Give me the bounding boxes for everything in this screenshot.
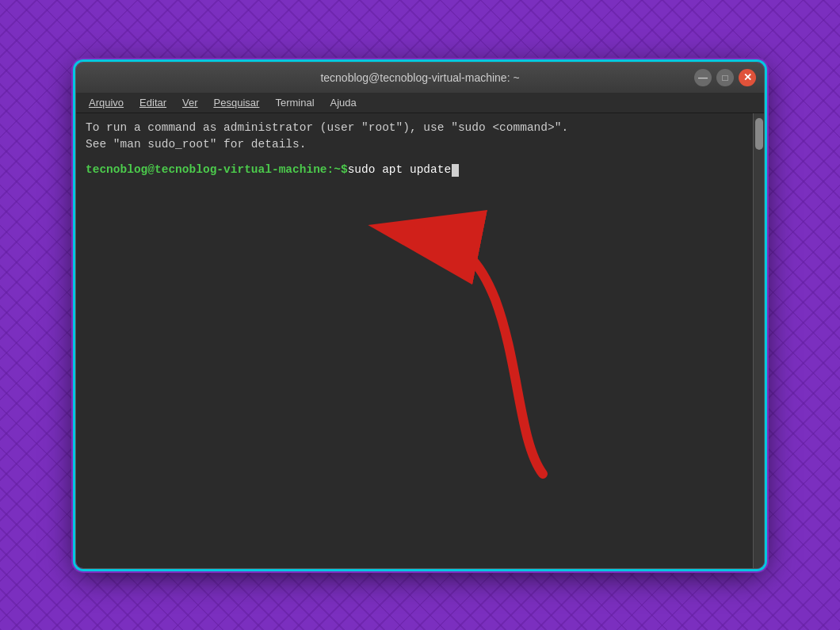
scrollbar[interactable] — [753, 113, 764, 568]
prompt-command: sudo apt update — [348, 162, 452, 179]
info-line-2: See "man sudo_root" for details. — [86, 136, 743, 154]
scrollbar-thumb[interactable] — [755, 118, 763, 150]
terminal-window-wrapper: tecnoblog@tecnoblog-virtual-machine: ~ —… — [75, 62, 765, 569]
menu-editar[interactable]: Editar — [133, 94, 173, 111]
menu-ver[interactable]: Ver — [176, 94, 204, 111]
prompt-user: tecnoblog@tecnoblog-virtual-machine:~$ — [86, 162, 348, 179]
close-button[interactable]: ✕ — [739, 69, 756, 86]
terminal-body: To run a command as administrator (user … — [76, 113, 764, 568]
menu-bar: Arquivo Editar Ver Pesquisar Terminal Aj… — [76, 93, 764, 113]
menu-ajuda[interactable]: Ajuda — [324, 94, 363, 111]
window-title: tecnoblog@tecnoblog-virtual-machine: ~ — [320, 71, 519, 84]
prompt-line: tecnoblog@tecnoblog-virtual-machine:~$ s… — [86, 162, 743, 179]
info-line-1: To run a command as administrator (user … — [86, 120, 743, 137]
minimize-button[interactable]: — — [694, 69, 712, 86]
terminal-content[interactable]: To run a command as administrator (user … — [76, 113, 753, 568]
window-controls: — □ ✕ — [694, 69, 756, 86]
menu-arquivo[interactable]: Arquivo — [82, 94, 130, 111]
menu-pesquisar[interactable]: Pesquisar — [208, 94, 266, 111]
menu-terminal[interactable]: Terminal — [269, 94, 320, 111]
maximize-button[interactable]: □ — [716, 69, 734, 86]
terminal-cursor — [452, 164, 459, 177]
terminal-window: tecnoblog@tecnoblog-virtual-machine: ~ —… — [75, 62, 765, 569]
title-bar: tecnoblog@tecnoblog-virtual-machine: ~ —… — [76, 63, 764, 93]
